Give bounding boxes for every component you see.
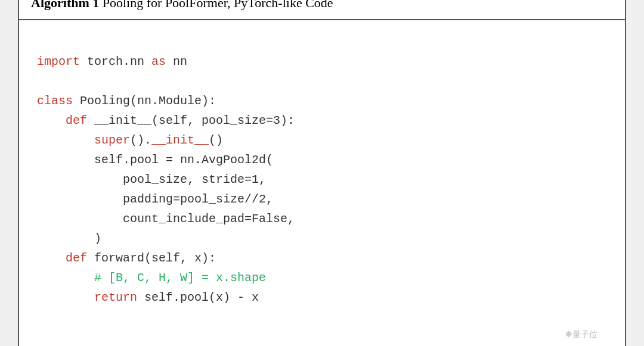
watermark: ❋ 量子位 (37, 327, 607, 345)
algorithm-header: Algorithm 1 Pooling for PoolFormer, PyTo… (19, 0, 625, 20)
code-line-count: count_include_pad=False, (37, 212, 295, 226)
code-line-return: return self.pool(x) - x (37, 291, 259, 304)
code-line-comment: # [B, C, H, W] = x.shape (37, 271, 266, 285)
code-line-pool-size: pool_size, stride=1, (37, 173, 266, 186)
code-line-padding: padding=pool_size//2, (37, 192, 273, 206)
code-line-class: class Pooling(nn.Module): (37, 94, 216, 108)
algorithm-title: Pooling for PoolFormer, PyTorch-like Cod… (103, 0, 333, 10)
code-line-self-pool: self.pool = nn.AvgPool2d( (37, 153, 273, 167)
algorithm-label: Algorithm 1 (31, 0, 99, 10)
algorithm-box: Algorithm 1 Pooling for PoolFormer, PyTo… (18, 0, 626, 346)
code-block: import torch.nn as nn class Pooling(nn.M… (37, 32, 607, 327)
watermark-icon: ❋ (565, 329, 572, 340)
code-line-def-fwd: def forward(self, x): (37, 251, 216, 265)
code-line-super: super().__init__() (37, 133, 223, 147)
code-line-close: ) (37, 232, 101, 245)
code-line-import: import torch.nn as nn (37, 55, 187, 68)
algorithm-body: import torch.nn as nn class Pooling(nn.M… (19, 20, 625, 346)
code-line-def-init: def __init__(self, pool_size=3): (37, 114, 295, 127)
watermark-label: 量子位 (572, 329, 597, 340)
